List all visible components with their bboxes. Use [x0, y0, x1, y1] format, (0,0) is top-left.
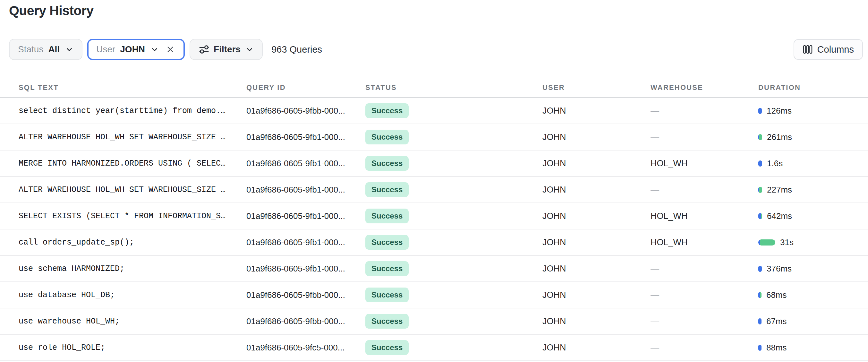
duration-bar: [758, 160, 762, 167]
chevron-down-icon: [65, 45, 73, 54]
user-cell: JOHN: [542, 316, 651, 326]
columns-layout-icon: [803, 44, 813, 55]
user-cell: JOHN: [542, 343, 651, 353]
user-filter-clear-button[interactable]: [165, 44, 176, 55]
query-id-cell[interactable]: 01a9f686-0605-9fc5-000...: [246, 343, 365, 353]
sql-text-cell: use role HOL_ROLE;: [19, 343, 246, 352]
duration-cell: 88ms: [758, 343, 868, 353]
duration-cell: 376ms: [758, 264, 868, 274]
sql-text-cell: use warehouse HOL_WH;: [19, 317, 246, 326]
status-badge: Success: [365, 209, 409, 223]
duration-value: 31s: [780, 238, 794, 247]
duration-bar: [758, 187, 762, 193]
duration-cell: 126ms: [758, 106, 868, 116]
query-id-cell[interactable]: 01a9f686-0605-9fbb-000...: [246, 316, 365, 326]
duration-value: 126ms: [767, 106, 792, 116]
duration-cell: 227ms: [758, 185, 868, 195]
table-body: select distinct year(starttime) from dem…: [0, 98, 868, 361]
duration-bar-green-segment: [759, 134, 762, 140]
duration-bar-green-segment: [761, 213, 762, 219]
table-row[interactable]: call orders_update_sp(); 01a9f686-0605-9…: [0, 230, 868, 256]
duration-cell: 67ms: [758, 316, 868, 326]
duration-value: 642ms: [767, 211, 792, 221]
status-filter-label: Status: [18, 44, 43, 55]
table-row[interactable]: use role HOL_ROLE; 01a9f686-0605-9fc5-00…: [0, 335, 868, 361]
user-cell: JOHN: [542, 290, 651, 300]
column-header-duration: Duration: [758, 84, 868, 92]
user-cell: JOHN: [542, 106, 651, 116]
column-header-warehouse: Warehouse: [651, 84, 758, 92]
duration-value: 68ms: [766, 290, 787, 300]
duration-bar-blue-segment: [758, 266, 762, 272]
duration-bar: [758, 345, 762, 351]
filters-button[interactable]: Filters: [190, 39, 263, 60]
chevron-down-icon: [245, 45, 254, 54]
query-id-cell[interactable]: 01a9f686-0605-9fb1-000...: [246, 264, 365, 274]
warehouse-cell: —: [651, 343, 758, 353]
duration-bar: [758, 266, 762, 272]
warehouse-cell: —: [651, 316, 758, 326]
column-header-user: User: [542, 84, 651, 92]
duration-value: 227ms: [767, 185, 792, 195]
table-row[interactable]: use schema HARMONIZED; 01a9f686-0605-9fb…: [0, 256, 868, 282]
query-id-cell[interactable]: 01a9f686-0605-9fb1-000...: [246, 211, 365, 221]
table-header-row: SQL Text Query ID Status User Warehouse …: [0, 78, 868, 98]
duration-cell: 31s: [758, 238, 868, 247]
duration-value: 67ms: [766, 316, 787, 326]
duration-bar-green-segment: [760, 292, 762, 298]
table-row[interactable]: MERGE INTO HARMONIZED.ORDERS USING ( SEL…: [0, 151, 868, 177]
duration-bar-blue-segment: [758, 160, 762, 167]
user-filter-chip[interactable]: User JOHN: [87, 39, 185, 60]
status-badge: Success: [365, 156, 409, 171]
table-row[interactable]: ALTER WAREHOUSE HOL_WH SET WAREHOUSE_SIZ…: [0, 177, 868, 203]
duration-bar: [758, 319, 762, 325]
query-id-cell[interactable]: 01a9f686-0605-9fb1-000...: [246, 185, 365, 195]
duration-bar: [758, 239, 775, 245]
query-count: 963 Queries: [271, 44, 322, 55]
query-id-cell[interactable]: 01a9f686-0605-9fb1-000...: [246, 158, 365, 169]
warehouse-cell: —: [651, 264, 758, 274]
query-id-cell[interactable]: 01a9f686-0605-9fb1-000...: [246, 238, 365, 247]
sql-text-cell: select distinct year(starttime) from dem…: [19, 106, 246, 116]
duration-bar-blue-segment: [758, 345, 762, 351]
table-row[interactable]: ALTER WAREHOUSE HOL_WH SET WAREHOUSE_SIZ…: [0, 124, 868, 151]
sql-text-cell: use schema HARMONIZED;: [19, 264, 246, 273]
toolbar: Status All User JOHN Filters 963 Queries: [9, 39, 863, 60]
sql-text-cell: use database HOL_DB;: [19, 291, 246, 300]
filters-sliders-icon: [198, 44, 210, 55]
status-badge: Success: [365, 182, 409, 197]
query-id-cell[interactable]: 01a9f686-0605-9fbb-000...: [246, 290, 365, 300]
query-id-cell[interactable]: 01a9f686-0605-9fb1-000...: [246, 132, 365, 142]
page-title: Query History: [9, 3, 93, 18]
table-row[interactable]: SELECT EXISTS (SELECT * FROM INFORMATION…: [0, 203, 868, 230]
duration-cell: 68ms: [758, 290, 868, 300]
sql-text-cell: ALTER WAREHOUSE HOL_WH SET WAREHOUSE_SIZ…: [19, 132, 246, 142]
status-badge: Success: [365, 340, 409, 355]
sql-text-cell: ALTER WAREHOUSE HOL_WH SET WAREHOUSE_SIZ…: [19, 185, 246, 194]
user-cell: JOHN: [542, 132, 651, 142]
status-badge: Success: [365, 261, 409, 276]
table-row[interactable]: use database HOL_DB; 01a9f686-0605-9fbb-…: [0, 282, 868, 308]
table-row[interactable]: use warehouse HOL_WH; 01a9f686-0605-9fbb…: [0, 308, 868, 335]
duration-bar-green-segment: [759, 187, 762, 193]
filters-button-label: Filters: [214, 44, 241, 55]
warehouse-cell: HOL_WH: [651, 211, 758, 221]
warehouse-cell: HOL_WH: [651, 238, 758, 247]
user-filter-label: User: [96, 44, 115, 55]
duration-bar: [758, 213, 762, 219]
status-filter-chip[interactable]: Status All: [9, 39, 83, 60]
columns-button-label: Columns: [817, 44, 854, 55]
columns-button[interactable]: Columns: [794, 39, 863, 60]
query-id-cell[interactable]: 01a9f686-0605-9fbb-000...: [246, 106, 365, 116]
user-cell: JOHN: [542, 211, 651, 221]
duration-value: 1.6s: [767, 158, 783, 169]
user-filter-value: JOHN: [120, 44, 145, 55]
warehouse-cell: —: [651, 132, 758, 142]
duration-bar-blue-segment: [758, 213, 761, 219]
user-cell: JOHN: [542, 238, 651, 247]
table-row[interactable]: select distinct year(starttime) from dem…: [0, 98, 868, 124]
warehouse-cell: —: [651, 290, 758, 300]
column-header-query-id: Query ID: [246, 84, 365, 92]
close-icon: [166, 45, 175, 54]
query-history-table: SQL Text Query ID Status User Warehouse …: [0, 78, 868, 361]
